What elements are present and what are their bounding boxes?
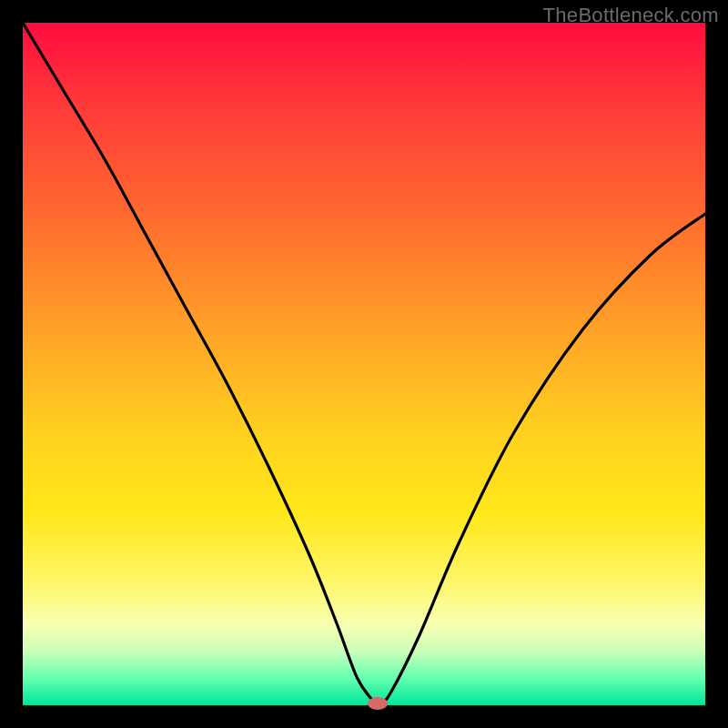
- bottleneck-curve: [23, 23, 705, 705]
- chart-frame: TheBottleneck.com: [0, 0, 728, 728]
- plot-area: [23, 23, 705, 705]
- minimum-marker: [369, 698, 387, 709]
